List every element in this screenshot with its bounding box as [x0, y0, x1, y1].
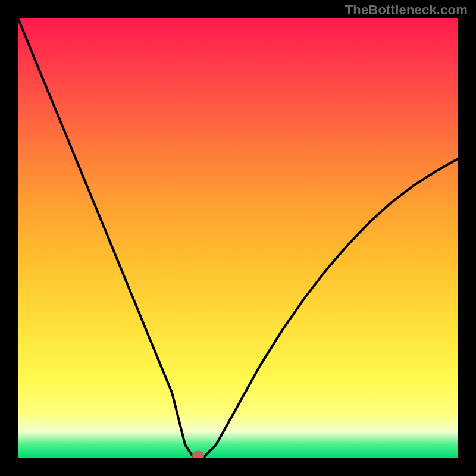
watermark-text: TheBottleneck.com: [345, 2, 468, 18]
plot-area: [18, 18, 458, 458]
chart-frame: TheBottleneck.com: [0, 0, 476, 476]
bottleneck-curve: [18, 18, 458, 458]
optimal-point-marker: [192, 451, 204, 458]
